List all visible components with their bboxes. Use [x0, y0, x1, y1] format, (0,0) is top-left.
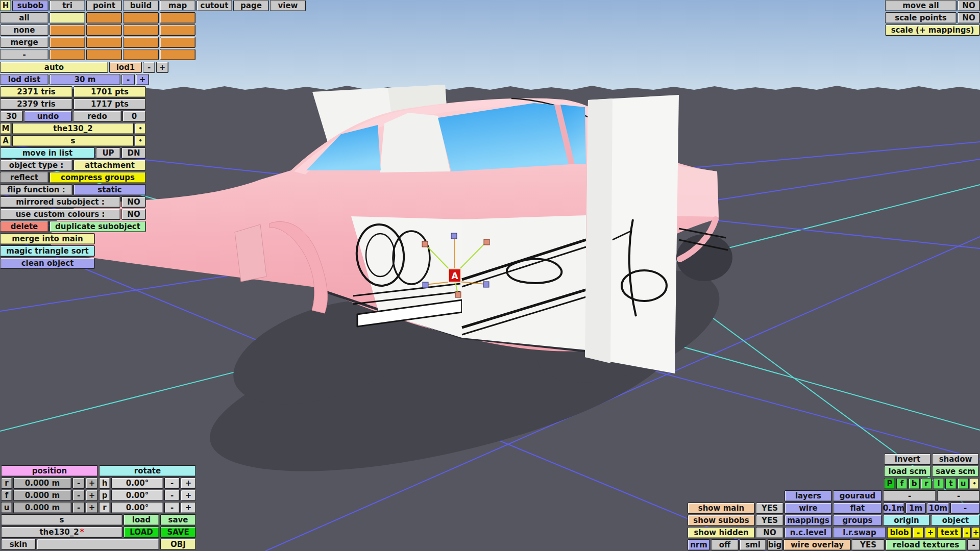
magic-triangle-sort-button[interactable]: magic triangle sort — [0, 245, 95, 257]
text-button[interactable]: text — [937, 527, 962, 538]
lod-level-button[interactable]: lod1 — [109, 62, 142, 73]
save-scm-button[interactable]: save scm — [932, 466, 979, 477]
mappings-button[interactable]: mappings — [785, 515, 832, 526]
rotate-h-value[interactable]: 0.00° — [111, 478, 163, 489]
reload-textures-button[interactable]: reload textures — [886, 539, 966, 550]
reflect-button[interactable]: reflect — [0, 172, 48, 183]
custom-colours-toggle[interactable]: NO — [121, 209, 146, 220]
position-u-value[interactable]: 0.000 m — [13, 502, 71, 513]
load-small-button[interactable]: load — [124, 514, 159, 525]
tab-map[interactable]: map — [160, 0, 195, 11]
flag-dot-button[interactable]: • — [970, 478, 979, 489]
lod-plus-button[interactable]: + — [156, 62, 168, 73]
flag-t-button[interactable]: t — [945, 478, 957, 489]
tab-tri[interactable]: tri — [50, 0, 85, 11]
skin-value-field[interactable] — [37, 539, 159, 550]
subob-grid-cell[interactable] — [50, 24, 85, 36]
rotate-header[interactable]: rotate — [99, 465, 196, 477]
subob-grid-cell[interactable] — [160, 24, 195, 36]
subob-grid-cell[interactable] — [50, 12, 85, 23]
rotate-r-value[interactable]: 0.00° — [111, 502, 163, 513]
tab-build[interactable]: build — [123, 0, 159, 11]
position-header[interactable]: position — [1, 465, 98, 477]
object-button[interactable]: object — [931, 515, 980, 526]
subob-grid-cell[interactable] — [123, 37, 159, 48]
load-scm-button[interactable]: load scm — [884, 466, 931, 477]
tab-subob[interactable]: subob — [12, 0, 48, 11]
lr-swap-button[interactable]: l.r.swap — [833, 527, 886, 538]
position-r-value[interactable]: 0.000 m — [13, 478, 71, 489]
blob-plus-button[interactable]: + — [925, 527, 936, 538]
flip-function-value[interactable]: static — [74, 184, 146, 195]
position-u-plus-button[interactable]: + — [86, 502, 98, 513]
lod-dist-value[interactable]: 30 m — [50, 74, 120, 85]
delete-button[interactable]: delete — [0, 221, 48, 232]
object-type-value[interactable]: attachment — [74, 160, 146, 171]
show-main-toggle[interactable]: YES — [756, 503, 783, 514]
rotate-r-minus-button[interactable]: - — [164, 502, 180, 513]
nrm-big-button[interactable]: big — [767, 539, 782, 550]
show-subobs-toggle[interactable]: YES — [756, 515, 783, 526]
subob-grid-cell[interactable] — [50, 37, 85, 48]
subob-grid-cell[interactable] — [160, 12, 195, 23]
subob-grid-cell[interactable] — [160, 49, 195, 60]
mirrored-subobject-toggle[interactable]: NO — [121, 196, 146, 208]
slot-name-field[interactable]: s — [1, 514, 122, 525]
nc-level-button[interactable]: n.c.level — [785, 527, 832, 538]
subob-grid-cell[interactable] — [86, 49, 122, 60]
invert-button[interactable]: invert — [884, 454, 931, 465]
grid-1m-button[interactable]: 1m — [905, 503, 926, 514]
subob-grid-cell[interactable] — [160, 37, 195, 48]
subob-grid-cell[interactable] — [86, 24, 122, 36]
load-big-button[interactable]: LOAD — [124, 527, 159, 538]
flag-f-button[interactable]: f — [896, 478, 908, 489]
subob-grid-cell[interactable] — [123, 12, 159, 23]
text-minus-button[interactable]: - — [963, 527, 971, 538]
lod-auto-button[interactable]: auto — [0, 62, 108, 73]
tab-page[interactable]: page — [233, 0, 269, 11]
wire-button[interactable]: wire — [785, 503, 832, 514]
redo-button[interactable]: redo — [73, 111, 121, 122]
lod-minus-button[interactable]: - — [143, 62, 155, 73]
nrm-button[interactable]: nrm — [688, 539, 710, 550]
move-up-button[interactable]: UP — [96, 147, 120, 159]
show-hidden-toggle[interactable]: NO — [756, 527, 783, 538]
merge-into-main-button[interactable]: merge into main — [0, 233, 95, 244]
clean-object-button[interactable]: clean object — [0, 258, 95, 269]
select-none-button[interactable]: none — [0, 24, 48, 36]
select-dash-button[interactable]: - — [0, 49, 48, 60]
reload-dash-button[interactable]: - — [967, 539, 980, 550]
wire-overlay-toggle[interactable]: YES — [852, 539, 885, 550]
file-name-field[interactable]: the130_2 * — [1, 527, 122, 538]
flag-l-button[interactable]: l — [933, 478, 944, 489]
position-r-minus-button[interactable]: - — [72, 478, 85, 489]
position-f-minus-button[interactable]: - — [72, 490, 85, 501]
attachment-object-dot-button[interactable]: • — [135, 135, 146, 146]
undo-button[interactable]: undo — [24, 111, 72, 122]
scale-mappings-button[interactable]: scale (+ mappings) — [885, 24, 980, 36]
flat-button[interactable]: flat — [833, 503, 882, 514]
rotate-p-plus-button[interactable]: + — [181, 490, 196, 501]
text-plus-button[interactable]: + — [972, 527, 980, 538]
flag-p-button[interactable]: P — [884, 478, 895, 489]
select-merge-button[interactable]: merge — [0, 37, 48, 48]
subob-grid-cell[interactable] — [123, 24, 159, 36]
lod-dist-minus-button[interactable]: - — [121, 74, 135, 85]
tab-point[interactable]: point — [86, 0, 122, 11]
save-big-button[interactable]: SAVE — [160, 527, 196, 538]
position-r-plus-button[interactable]: + — [86, 478, 98, 489]
save-small-button[interactable]: save — [160, 514, 196, 525]
nrm-sml-button[interactable]: sml — [740, 539, 766, 550]
origin-button[interactable]: origin — [883, 515, 930, 526]
rotate-h-plus-button[interactable]: + — [181, 478, 196, 489]
grid-01m-button[interactable]: 0.1m — [883, 503, 904, 514]
attachment-object-tag[interactable]: A — [0, 135, 11, 146]
shadow-button[interactable]: shadow — [932, 454, 979, 465]
rotate-h-minus-button[interactable]: - — [164, 478, 180, 489]
flag-b-button[interactable]: b — [909, 478, 920, 489]
nrm-off-button[interactable]: off — [711, 539, 739, 550]
rotate-p-minus-button[interactable]: - — [164, 490, 180, 501]
skin-button[interactable]: skin — [1, 539, 36, 550]
position-f-plus-button[interactable]: + — [86, 490, 98, 501]
blob-minus-button[interactable]: - — [913, 527, 924, 538]
